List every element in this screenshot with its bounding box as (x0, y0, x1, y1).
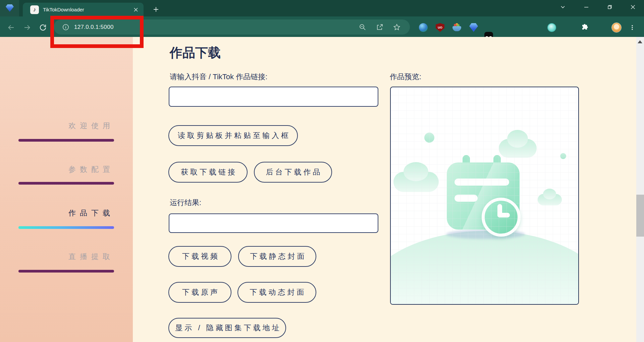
page-scrollbar-thumb[interactable] (636, 195, 644, 237)
close-window-button[interactable] (628, 2, 638, 12)
tab-title: TikTokDownloader (43, 7, 132, 12)
result-label: 运行结果: (170, 198, 201, 208)
tab-tiktokdownloader[interactable]: ♪ TikTokDownloader (23, 3, 144, 16)
preview-canvas (390, 87, 579, 305)
bookmark-star-icon[interactable] (393, 23, 401, 31)
tiktok-favicon-icon: ♪ (30, 5, 39, 14)
download-dynamic-cover-button[interactable]: 下载动态封面 (237, 282, 316, 303)
new-tab-button[interactable] (152, 5, 160, 14)
toggle-gallery-links-button[interactable]: 显示 / 隐藏图集下载地址 (168, 318, 286, 338)
link-input[interactable] (169, 87, 378, 107)
browser-window: ♪ TikTokDownloader (0, 0, 644, 342)
preview-label: 作品预览: (390, 72, 421, 82)
tab-close-icon[interactable] (132, 6, 140, 13)
illustration-dot (560, 153, 566, 159)
cloud-icon (499, 139, 537, 158)
sidebar-item-settings[interactable]: 参数配置 (12, 164, 114, 175)
browser-menu-icon[interactable] (628, 23, 637, 32)
cloud-icon (393, 172, 439, 192)
extension-orb-icon[interactable] (547, 23, 556, 32)
forward-icon[interactable] (22, 23, 32, 32)
reload-icon[interactable] (38, 23, 48, 32)
sidebar-underline (18, 139, 114, 142)
get-download-link-button[interactable]: 获取下载链接 (168, 162, 248, 183)
download-video-button[interactable]: 下载视频 (168, 246, 231, 267)
window-corner (0, 0, 19, 16)
download-static-cover-button[interactable]: 下载静态封面 (238, 246, 316, 267)
minimize-button[interactable] (582, 2, 591, 12)
calendar-line (454, 179, 509, 186)
zoom-out-icon[interactable] (359, 23, 367, 31)
sidebar-underline-active (18, 226, 114, 229)
sidebar-item-download[interactable]: 作品下载 (12, 208, 114, 218)
link-input-label: 请输入抖音 / TikTok 作品链接: (170, 72, 267, 82)
sidebar-underline (18, 182, 114, 185)
download-audio-button[interactable]: 下载原声 (168, 282, 231, 303)
tab-search-chevron-icon[interactable] (558, 2, 568, 12)
extension-fruit-basket-icon[interactable] (452, 23, 461, 32)
illustration-hill (390, 231, 579, 305)
sidebar-item-live[interactable]: 直播提取 (12, 252, 114, 262)
clock-icon (482, 198, 521, 237)
read-clipboard-button[interactable]: 读取剪贴板并粘贴至输入框 (168, 125, 298, 146)
tab-strip: ♪ TikTokDownloader (0, 0, 644, 16)
calendar-line (454, 195, 478, 202)
scrollbar-up-arrow[interactable] (638, 40, 642, 43)
annotation-highlight-box (50, 16, 144, 48)
extensions-puzzle-icon[interactable] (580, 23, 589, 32)
result-input[interactable] (169, 213, 378, 233)
extension-idm-icon[interactable] (419, 23, 428, 32)
sidebar-item-welcome[interactable]: 欢迎使用 (12, 121, 114, 131)
page-title: 作品下载 (170, 44, 221, 61)
sidebar: 欢迎使用 参数配置 作品下载 直播提取 (0, 37, 133, 342)
illustration-dot (424, 133, 434, 143)
profile-avatar[interactable] (611, 22, 622, 33)
clock-hand (497, 213, 510, 217)
gem-icon (6, 4, 14, 12)
background-download-button[interactable]: 后台下载作品 (254, 162, 332, 183)
restore-button[interactable] (605, 2, 614, 12)
sidebar-underline (18, 270, 114, 273)
back-icon[interactable] (6, 23, 16, 32)
share-icon[interactable] (376, 23, 384, 31)
cloud-icon (538, 194, 562, 205)
page-scrollbar-track[interactable] (636, 37, 644, 342)
